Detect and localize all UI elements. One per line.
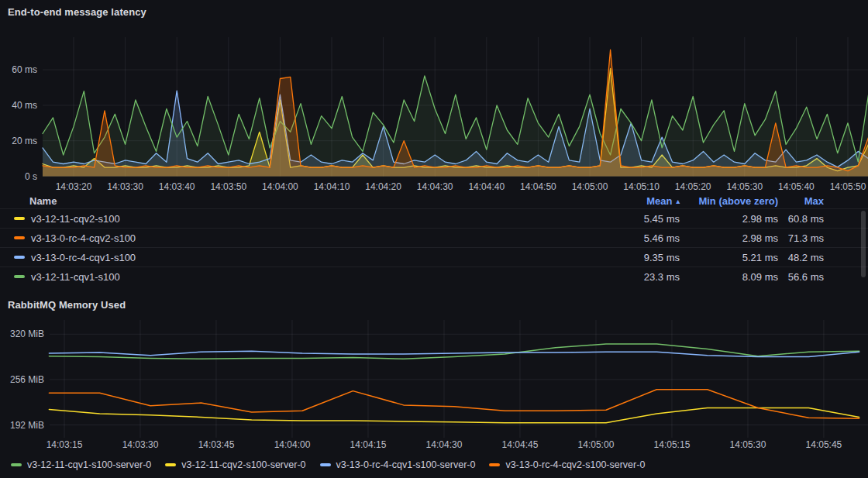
- series-name-cell[interactable]: v3-12-11-cqv1-s100: [14, 271, 563, 283]
- max-value: 71.3 ms: [778, 232, 824, 244]
- x-tick-label: 14:04:20: [365, 181, 401, 192]
- mean-value: 9.35 ms: [563, 252, 680, 263]
- x-tick-label: 14:03:30: [107, 181, 143, 192]
- latency-legend-table: Name Mean▴ Min (above zero) Max v3-12-11…: [0, 194, 868, 286]
- legend-label: v3-13-0-rc-4-cqv2-s100-server-0: [505, 459, 645, 470]
- series-fill: [43, 76, 868, 177]
- y-tick-label: 320 MiB: [10, 328, 44, 339]
- table-row: v3-12-11-cqv1-s10023.3 ms8.09 ms56.6 ms: [0, 267, 868, 286]
- y-tick-label: 0 s: [25, 171, 37, 182]
- x-tick-label: 14:04:30: [426, 439, 463, 450]
- latency-table-header: Name Mean▴ Min (above zero) Max: [0, 194, 868, 208]
- y-tick-label: 256 MiB: [10, 374, 44, 385]
- legend-color-dash-icon: [320, 463, 331, 466]
- memory-legend: v3-12-11-cqv1-s100-server-0v3-12-11-cqv2…: [11, 459, 645, 470]
- x-tick-label: 14:05:00: [572, 181, 608, 192]
- min-value: 2.98 ms: [680, 213, 778, 225]
- table-scrollbar[interactable]: [861, 211, 866, 277]
- mean-value: 5.46 ms: [563, 232, 680, 244]
- column-header-mean-label: Mean: [646, 195, 672, 207]
- y-tick-label: 60 ms: [12, 64, 37, 75]
- series-color-dash-icon: [14, 256, 25, 259]
- table-row: v3-12-11-cqv2-s1005.45 ms2.98 ms60.8 ms: [0, 208, 868, 228]
- series-name-label: v3-12-11-cqv2-s100: [31, 213, 120, 225]
- latency-chart[interactable]: 14:03:2014:03:3014:03:4014:03:5014:04:00…: [0, 22, 868, 194]
- series-name-label: v3-13-0-rc-4-cqv1-s100: [31, 252, 136, 263]
- x-tick-label: 14:03:20: [56, 181, 92, 192]
- x-tick-label: 14:04:50: [520, 181, 556, 192]
- x-tick-label: 14:05:40: [778, 181, 815, 192]
- sort-ascending-icon: ▴: [676, 198, 680, 205]
- x-tick-label: 14:04:00: [262, 181, 298, 192]
- series-line: [49, 351, 859, 356]
- series-color-dash-icon: [14, 275, 25, 278]
- max-value: 48.2 ms: [778, 252, 824, 263]
- x-tick-label: 14:04:30: [417, 181, 453, 192]
- x-tick-label: 14:04:45: [502, 439, 539, 450]
- series-line: [49, 390, 859, 419]
- legend-color-dash-icon: [489, 463, 500, 466]
- x-tick-label: 14:03:50: [210, 181, 246, 192]
- x-tick-label: 14:03:40: [159, 181, 195, 192]
- mean-value: 5.45 ms: [563, 213, 680, 225]
- legend-color-dash-icon: [11, 463, 22, 466]
- y-tick-label: 40 ms: [12, 100, 37, 111]
- x-tick-label: 14:04:10: [314, 181, 350, 192]
- min-value: 5.21 ms: [680, 252, 778, 263]
- x-tick-label: 14:05:15: [654, 439, 691, 450]
- table-row: v3-13-0-rc-4-cqv2-s1005.46 ms2.98 ms71.3…: [0, 228, 868, 247]
- legend-label: v3-13-0-rc-4-cqv1-s100-server-0: [336, 459, 476, 470]
- x-tick-label: 14:05:50: [830, 181, 866, 192]
- x-tick-label: 14:05:10: [623, 181, 660, 192]
- column-header-name[interactable]: Name: [14, 195, 563, 207]
- series-name-cell[interactable]: v3-12-11-cqv2-s100: [14, 213, 563, 225]
- series-name-cell[interactable]: v3-13-0-rc-4-cqv2-s100: [14, 232, 563, 244]
- series-name-label: v3-13-0-rc-4-cqv2-s100: [31, 232, 136, 244]
- x-tick-label: 14:04:40: [468, 181, 505, 192]
- series-line: [49, 408, 859, 423]
- latency-panel-title[interactable]: End-to-end message latency: [8, 6, 146, 18]
- legend-item[interactable]: v3-12-11-cqv1-s100-server-0: [11, 459, 151, 470]
- column-header-max[interactable]: Max: [778, 195, 824, 207]
- x-tick-label: 14:05:00: [578, 439, 615, 450]
- x-tick-label: 14:05:20: [675, 181, 711, 192]
- y-tick-label: 192 MiB: [10, 420, 44, 431]
- x-tick-label: 14:05:30: [730, 439, 766, 450]
- grafana-dashboard: End-to-end message latency 14:03:2014:03…: [0, 0, 868, 478]
- legend-item[interactable]: v3-13-0-rc-4-cqv2-s100-server-0: [489, 459, 645, 470]
- x-tick-label: 14:03:45: [198, 439, 235, 450]
- memory-chart[interactable]: 14:03:1514:03:3014:03:4514:04:0014:04:15…: [0, 314, 868, 453]
- legend-color-dash-icon: [165, 463, 176, 466]
- series-color-dash-icon: [14, 236, 25, 239]
- x-tick-label: 14:04:15: [350, 439, 387, 450]
- x-tick-label: 14:03:30: [122, 439, 159, 450]
- x-tick-label: 14:03:15: [46, 439, 83, 450]
- y-tick-label: 20 ms: [12, 136, 37, 146]
- legend-label: v3-12-11-cqv1-s100-server-0: [27, 459, 151, 470]
- x-tick-label: 14:04:00: [274, 439, 311, 450]
- series-name-label: v3-12-11-cqv1-s100: [31, 271, 120, 283]
- mean-value: 23.3 ms: [563, 271, 680, 283]
- series-name-cell[interactable]: v3-13-0-rc-4-cqv1-s100: [14, 252, 563, 263]
- max-value: 60.8 ms: [778, 213, 824, 225]
- min-value: 8.09 ms: [680, 271, 778, 283]
- table-row: v3-13-0-rc-4-cqv1-s1009.35 ms5.21 ms48.2…: [0, 247, 868, 267]
- series-color-dash-icon: [14, 217, 25, 220]
- memory-panel-title[interactable]: RabbitMQ Memory Used: [8, 299, 126, 311]
- max-value: 56.6 ms: [778, 271, 824, 283]
- column-header-mean[interactable]: Mean▴: [563, 195, 680, 207]
- x-tick-label: 14:05:45: [806, 439, 842, 450]
- legend-item[interactable]: v3-12-11-cqv2-s100-server-0: [165, 459, 305, 470]
- column-header-min[interactable]: Min (above zero): [680, 195, 778, 207]
- column-header-name-label: Name: [29, 195, 57, 207]
- min-value: 2.98 ms: [680, 232, 778, 244]
- legend-label: v3-12-11-cqv2-s100-server-0: [181, 459, 305, 470]
- x-tick-label: 14:05:30: [726, 181, 763, 192]
- legend-item[interactable]: v3-13-0-rc-4-cqv1-s100-server-0: [320, 459, 476, 470]
